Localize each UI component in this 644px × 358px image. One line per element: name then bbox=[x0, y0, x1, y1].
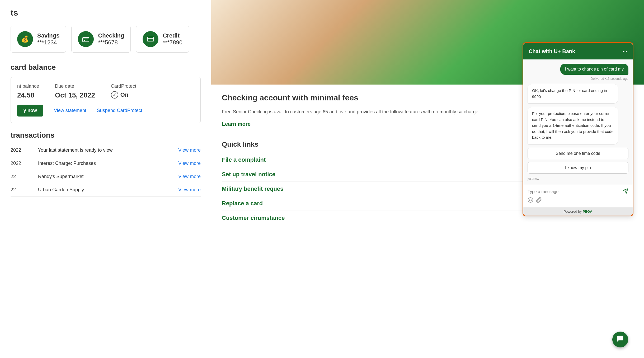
credit-number: ***7890 bbox=[163, 39, 182, 46]
credit-name: Credit bbox=[163, 32, 182, 39]
chat-input-icons bbox=[528, 197, 628, 204]
suspend-cardprotect-link[interactable]: Suspend CardProtect bbox=[97, 108, 142, 113]
cardprotect-label: CardProtect bbox=[111, 83, 136, 89]
table-row: 2022 Interest Charge: Purchases View mor… bbox=[11, 157, 201, 170]
chat-header: Chat with U+ Bank ··· bbox=[523, 43, 633, 59]
view-more-link[interactable]: View more bbox=[178, 174, 201, 179]
checking-icon bbox=[78, 31, 94, 47]
chat-send-button[interactable] bbox=[623, 188, 628, 196]
current-balance-col: nt balance 24.58 bbox=[17, 83, 39, 99]
transaction-desc: Urban Garden Supply bbox=[38, 187, 84, 193]
savings-card[interactable]: 💰 Savings ***1234 bbox=[11, 26, 66, 53]
view-more-link[interactable]: View more bbox=[178, 161, 201, 166]
svg-point-3 bbox=[528, 197, 533, 202]
bot-message-wrapper-2: For your protection, please enter your c… bbox=[528, 107, 628, 145]
view-more-link[interactable]: View more bbox=[178, 147, 201, 153]
transaction-desc: Interest Charge: Purchases bbox=[38, 161, 96, 166]
savings-name: Savings bbox=[37, 32, 59, 39]
chat-widget: Chat with U+ Bank ··· I want to change p… bbox=[523, 42, 633, 216]
svg-rect-2 bbox=[147, 37, 154, 41]
page-wrapper: ts 💰 Savings ***1234 Checking ***5678 bbox=[0, 0, 644, 358]
savings-number: ***1234 bbox=[37, 39, 59, 46]
credit-icon bbox=[143, 31, 158, 47]
cardprotect-status-text: On bbox=[120, 91, 129, 98]
view-more-link[interactable]: View more bbox=[178, 187, 201, 193]
chat-input-area bbox=[523, 185, 633, 207]
know-my-pin-button[interactable]: I know my pin bbox=[528, 162, 628, 174]
transaction-desc: Your last statement is ready to view bbox=[38, 147, 112, 153]
transaction-date: 2022 bbox=[11, 147, 32, 153]
chat-options: Send me one time code I know my pin bbox=[528, 148, 628, 174]
attachment-button[interactable] bbox=[536, 197, 542, 204]
credit-card[interactable]: Credit ***7890 bbox=[136, 26, 189, 53]
card-balance-title: card balance bbox=[11, 63, 201, 72]
due-date-col: Due date Oct 15, 2022 bbox=[55, 83, 95, 99]
emoji-button[interactable] bbox=[528, 197, 533, 204]
cardprotect-col: CardProtect ✓ On bbox=[111, 83, 136, 99]
floating-chat-button[interactable] bbox=[612, 332, 628, 347]
svg-point-5 bbox=[531, 199, 532, 200]
transaction-desc: Randy's Supermarket bbox=[38, 174, 84, 179]
table-row: 22 Urban Garden Supply View more bbox=[11, 183, 201, 197]
transactions-section: transactions 2022 Your last statement is… bbox=[11, 131, 201, 197]
balance-row: nt balance 24.58 Due date Oct 15, 2022 C… bbox=[17, 83, 194, 99]
bot-message-2: For your protection, please enter your c… bbox=[528, 107, 618, 145]
card-balance-section: card balance nt balance 24.58 Due date O… bbox=[11, 63, 201, 123]
chat-bubble-icon bbox=[616, 335, 624, 345]
svg-rect-1 bbox=[84, 40, 85, 41]
pay-now-button[interactable]: y now bbox=[17, 105, 43, 117]
chat-footer: Powered by PEGA bbox=[523, 207, 633, 216]
checking-card[interactable]: Checking ***5678 bbox=[71, 26, 131, 53]
checking-number: ***5678 bbox=[98, 39, 124, 46]
powered-by-text: Powered by bbox=[563, 210, 582, 213]
current-balance-value: 24.58 bbox=[17, 91, 39, 99]
chat-input-row bbox=[528, 188, 628, 196]
pega-brand: PEGA bbox=[583, 210, 593, 213]
bank-content: ts 💰 Savings ***1234 Checking ***5678 bbox=[0, 0, 211, 358]
cardprotect-status: ✓ On bbox=[111, 91, 136, 99]
promo-area: Checking account with minimal fees Free … bbox=[211, 0, 644, 358]
view-statement-link[interactable]: View statement bbox=[54, 108, 86, 113]
svg-point-4 bbox=[529, 199, 530, 200]
chat-menu-button[interactable]: ··· bbox=[623, 48, 627, 55]
account-cards: 💰 Savings ***1234 Checking ***5678 bbox=[11, 26, 201, 53]
savings-icon: 💰 bbox=[17, 31, 33, 47]
learn-more-link[interactable]: Learn more bbox=[222, 121, 251, 127]
current-balance-label: nt balance bbox=[17, 83, 39, 89]
balance-table: nt balance 24.58 Due date Oct 15, 2022 C… bbox=[11, 77, 201, 123]
transaction-date: 22 bbox=[11, 187, 32, 193]
user-message: I want to change pin of card my bbox=[560, 64, 628, 75]
message-timestamp: Delivered •13 seconds ago bbox=[528, 77, 628, 81]
chat-input[interactable] bbox=[528, 189, 621, 194]
bot-message-wrapper: OK, let's change the PIN for card ending… bbox=[528, 84, 628, 104]
send-one-time-code-button[interactable]: Send me one time code bbox=[528, 148, 628, 159]
balance-actions: y now View statement Suspend CardProtect bbox=[17, 105, 194, 117]
user-message-wrapper: I want to change pin of card my bbox=[528, 64, 628, 75]
chat-header-title: Chat with U+ Bank bbox=[529, 48, 575, 54]
bot-message-1: OK, let's change the PIN for card ending… bbox=[528, 84, 618, 104]
transaction-date: 22 bbox=[11, 174, 32, 179]
transactions-title: transactions bbox=[11, 131, 201, 140]
checking-name: Checking bbox=[98, 32, 124, 39]
transaction-date: 2022 bbox=[11, 161, 32, 166]
table-row: 22 Randy's Supermarket View more bbox=[11, 170, 201, 183]
table-row: 2022 Your last statement is ready to vie… bbox=[11, 144, 201, 157]
chat-timestamp: just now bbox=[528, 177, 628, 180]
svg-rect-0 bbox=[83, 38, 89, 42]
chat-messages: I want to change pin of card my Delivere… bbox=[523, 59, 633, 185]
due-date-value: Oct 15, 2022 bbox=[55, 91, 95, 99]
check-icon: ✓ bbox=[111, 91, 118, 99]
section-title: ts bbox=[11, 8, 201, 18]
due-date-label: Due date bbox=[55, 83, 95, 89]
